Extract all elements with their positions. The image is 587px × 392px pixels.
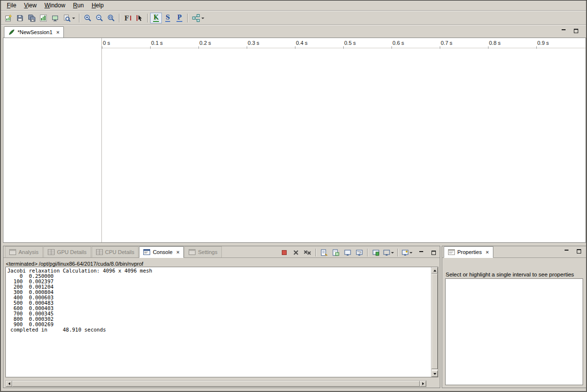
hscroll-thumb[interactable] [12,381,420,387]
tab-cpu-details-label: CPU Details [105,249,135,255]
menu-file[interactable]: File [3,0,20,10]
clear-console-button[interactable] [319,248,330,257]
properties-tab-icon [448,249,455,255]
console-minmax [419,251,436,255]
zoom-fit-button[interactable] [105,13,117,23]
kernel-timeline-toggle[interactable]: K [150,13,162,23]
console-vscrollbar[interactable] [431,267,438,377]
tab-console-label: Console [153,249,172,255]
dropdown-arrow-icon[interactable] [72,18,75,19]
editor-minimize-button[interactable] [562,29,566,33]
console-minimize-button[interactable] [419,251,424,255]
display-console-button[interactable] [382,248,395,257]
console-hscrollbar[interactable] [5,380,427,387]
remove-launch-button[interactable] [291,248,301,257]
zoom-in-icon [84,14,92,22]
timeline-row-sash[interactable] [101,38,102,242]
tab-settings[interactable]: Settings [184,246,222,257]
tab-session[interactable]: *NewSession1 × [4,26,64,38]
session-tab-label: *NewSession1 [18,29,53,35]
terminate-button[interactable] [279,248,290,257]
marker-f-icon: F [124,15,131,22]
save-button[interactable] [14,13,26,23]
scroll-right-button[interactable] [420,381,426,387]
ruler-tick: 0.5 s [344,40,356,46]
zoom-fit-icon [107,14,115,22]
save-all-button[interactable] [26,13,38,23]
stream-timeline-toggle[interactable]: S [162,13,174,23]
remove-icon [293,250,299,255]
ruler-tick: 0 s [103,40,110,46]
process-timeline-toggle[interactable]: P [174,13,185,23]
dropdown-arrow-icon[interactable] [201,18,204,19]
scroll-up-button[interactable] [431,267,438,274]
editor-maximize-button[interactable] [574,29,578,33]
tab-console-close-icon[interactable]: × [176,249,179,255]
properties-content-area [445,278,583,385]
export-console-button[interactable] [331,248,341,257]
ruler-tick: 0.8 s [489,40,501,46]
tab-cpu-details[interactable]: CPU Details [92,246,139,257]
console-output-area[interactable]: Jacobi relaxation Calculation: 4096 x 40… [5,267,438,377]
menu-run-accel: R [73,2,78,9]
arrow-down-icon [433,373,436,375]
remove-all-terminated-button[interactable] [302,248,313,257]
minimize-icon [419,251,424,255]
next-marker-button[interactable] [134,13,145,23]
marker-f-button[interactable]: F [122,13,134,23]
pin-console-button[interactable] [371,248,381,257]
timeline-ruler[interactable]: 0 s 0.1 s 0.2 s 0.3 s 0.4 s 0.5 s 0.6 s … [102,38,586,48]
tab-gpu-details[interactable]: GPU Details [43,246,91,257]
tab-properties-label: Properties [457,249,482,255]
new-session-button[interactable] [2,13,14,23]
analysis-dropdown-button[interactable] [190,13,206,23]
console-view: Analysis GPU Details CPU Details Console… [3,246,440,388]
properties-minimize-button[interactable] [565,249,569,254]
toolbar-separator [119,14,120,22]
analysis-flow-icon [192,14,200,22]
console-toolbar [279,248,436,257]
scroll-left-button[interactable] [6,381,12,387]
ruler-tick: 0.7 s [441,40,452,46]
bar-chart-icon [39,14,47,22]
open-console-button[interactable] [401,248,413,257]
menu-help[interactable]: Help [88,0,108,10]
magnifier-page-icon [63,14,71,22]
menu-run[interactable]: Run [69,0,88,10]
console-maximize-button[interactable] [431,251,436,255]
tab-analysis[interactable]: Analysis [5,246,43,257]
compare-button[interactable] [49,13,61,23]
vscroll-thumb[interactable] [431,274,438,369]
zoom-in-button[interactable] [82,13,94,23]
profile-options-button[interactable] [61,13,77,23]
toolbar-separator [187,14,188,22]
ruler-tick: 0.1 s [151,40,163,46]
zoom-out-button[interactable] [94,13,105,23]
scroll-lock-button[interactable] [342,248,353,257]
tab-properties[interactable]: Properties × [444,246,493,258]
maximize-icon [431,251,436,255]
dropdown-arrow-icon[interactable] [391,252,394,254]
gpu-details-tab-icon [48,249,55,255]
export-console-icon [333,249,339,256]
toolbar-separator [79,14,80,22]
process-letter-icon: P [176,15,182,22]
tab-console[interactable]: Console × [139,246,184,258]
dropdown-arrow-icon[interactable] [410,252,412,254]
session-icon [8,29,15,36]
properties-maximize-button[interactable] [577,249,581,254]
open-console-icon [402,250,409,256]
chart-button[interactable] [38,13,49,23]
scroll-down-button[interactable] [431,371,438,377]
menu-help-rest: elp [96,2,104,9]
ruler-tick: 0.2 s [199,40,211,46]
word-wrap-button[interactable] [354,248,365,257]
remove-all-icon [304,250,312,255]
menu-view[interactable]: View [20,0,40,10]
session-tab-close-icon[interactable]: × [57,29,59,35]
menu-window[interactable]: Window [40,0,69,10]
save-all-icon [28,14,36,22]
toolbar-separator [397,249,398,256]
tab-properties-close-icon[interactable]: × [486,249,489,255]
display-console-icon [383,250,390,256]
